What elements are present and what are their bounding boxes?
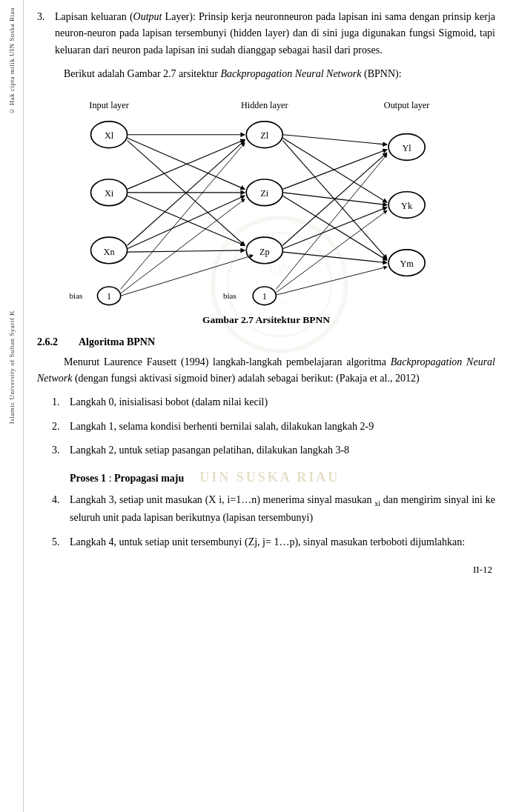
section-title: Algoritma BPNN bbox=[79, 336, 155, 348]
bias-value-1: 1 bbox=[107, 290, 111, 301]
bias-label-2: bias bbox=[223, 290, 236, 299]
algo-step-1: 1. Langkah 0, inisialisasi bobot (dalam … bbox=[52, 394, 495, 410]
watermark-line-2: Islamic University of Sultan Syarif K bbox=[8, 309, 16, 425]
svg-line-23 bbox=[282, 153, 387, 245]
step5-num: 5. bbox=[52, 534, 70, 550]
step3-text: Langkah 2, untuk setiap pasangan pelatih… bbox=[70, 442, 495, 459]
svg-line-15 bbox=[121, 199, 245, 293]
input-label-xi: Xi bbox=[105, 188, 114, 199]
svg-line-24 bbox=[282, 207, 387, 248]
algo-step-5: 5. Langkah 4, untuk setiap unit tersembu… bbox=[52, 534, 495, 550]
watermark-line-1: © Hak cipta milik UIN Suska Riau bbox=[8, 6, 16, 116]
svg-line-10 bbox=[128, 196, 245, 245]
step2-num: 2. bbox=[52, 419, 70, 435]
page-number: II-12 bbox=[37, 564, 495, 576]
item3-text: Lapisan keluaran (Output Layer): Prinsip… bbox=[55, 9, 495, 59]
output-label-ym: Ym bbox=[400, 259, 414, 269]
item3-num: 3. bbox=[37, 9, 55, 59]
list-item-3: 3. Lapisan keluaran (Output Layer): Prin… bbox=[37, 9, 495, 59]
hidden-label-zp: Zp bbox=[259, 246, 270, 256]
hidden-label-zi: Zi bbox=[260, 188, 268, 199]
input-label-xl: Xl bbox=[105, 130, 114, 141]
bias-label-1: bias bbox=[69, 290, 82, 299]
paragraph-bpnn: Berikut adalah Gambar 2.7 arsitektur Bac… bbox=[37, 66, 495, 82]
algo-step-3: 3. Langkah 2, untuk setiap pasangan pela… bbox=[52, 442, 495, 459]
step1-num: 1. bbox=[52, 394, 70, 410]
svg-line-20 bbox=[282, 149, 387, 189]
svg-line-16 bbox=[121, 255, 253, 296]
nn-diagram: Input layer Hidden layer Output layer Xl… bbox=[51, 93, 481, 308]
svg-line-17 bbox=[282, 134, 387, 144]
svg-line-26 bbox=[276, 154, 386, 289]
hidden-layer-label: Hidden layer bbox=[241, 100, 288, 110]
algo-step-4: 4. Langkah 3, setiap unit masukan (X i, … bbox=[52, 492, 495, 526]
svg-line-13 bbox=[128, 250, 245, 251]
step1-text: Langkah 0, inisialisasi bobot (dalam nil… bbox=[70, 394, 495, 410]
proses1-text: Proses 1 : Propagasi maju UIN SUSKA RIAU bbox=[70, 467, 495, 488]
figure-caption: Gambar 2.7 Arsitektur BPNN bbox=[202, 314, 330, 326]
proses1-label: Proses 1 : Propagasi maju UIN SUSKA RIAU bbox=[52, 467, 495, 488]
step4-text: Langkah 3, setiap unit masukan (X i, i=1… bbox=[70, 492, 495, 526]
output-layer-label: Output layer bbox=[384, 100, 430, 110]
section-heading-262: 2.6.2 Algoritma BPNN bbox=[37, 336, 495, 348]
proses1-num bbox=[52, 467, 70, 488]
svg-line-14 bbox=[121, 142, 245, 288]
step4-num: 4. bbox=[52, 492, 70, 526]
paragraph-algo: Menurut Laurence Fausett (1994) langkah-… bbox=[37, 354, 495, 387]
output-label-yl: Yl bbox=[402, 143, 411, 153]
step5-text: Langkah 4, untuk setiap unit tersembunyi… bbox=[70, 534, 495, 550]
algo-step-2: 2. Langkah 1, selama kondisi berhenti be… bbox=[52, 419, 495, 435]
step3-num: 3. bbox=[52, 442, 70, 459]
bias-value-2: 1 bbox=[262, 290, 267, 301]
svg-line-12 bbox=[128, 196, 245, 248]
svg-line-25 bbox=[282, 252, 387, 263]
input-layer-label: Input layer bbox=[89, 100, 128, 110]
main-content: UIN SUSKA RIAU 3. Lapisan keluaran (Outp… bbox=[24, 0, 516, 812]
figure-container: Input layer Hidden layer Output layer Xl… bbox=[37, 93, 495, 326]
section-num: 2.6.2 bbox=[37, 336, 70, 348]
svg-line-18 bbox=[282, 138, 387, 202]
svg-line-28 bbox=[276, 267, 386, 295]
input-label-xn: Xn bbox=[104, 246, 115, 256]
content-wrapper: 3. Lapisan keluaran (Output Layer): Prin… bbox=[37, 9, 495, 576]
hidden-label-zl: Zl bbox=[260, 130, 268, 141]
svg-line-27 bbox=[276, 210, 386, 292]
sidebar-watermark: © Hak cipta milik UIN Suska Riau Islamic… bbox=[0, 0, 24, 812]
output-label-yk: Yk bbox=[401, 201, 413, 211]
step2-text: Langkah 1, selama kondisi berhenti berni… bbox=[70, 419, 495, 435]
